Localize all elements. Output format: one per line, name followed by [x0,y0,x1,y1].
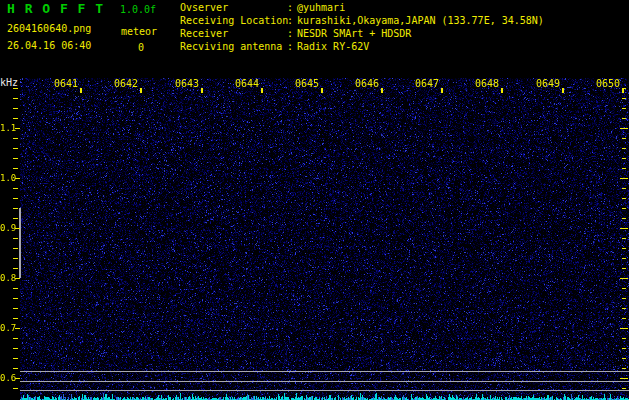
freq-minor-tick-right [622,268,626,269]
freq-minor-tick [13,368,18,369]
info-label: Recviving antenna [180,41,287,52]
info-value: @yuhmari [297,2,345,13]
minute-tick [261,88,263,93]
freq-tick-label: 0.8 [0,273,14,283]
freq-major-tick [15,378,20,379]
freq-minor-tick-right [622,248,626,249]
plot-edge-marker-line [19,208,21,278]
receiver-info-row: Ovserver:@yuhmari [180,2,544,15]
freq-major-tick-right [620,378,628,379]
freq-minor-tick-right [622,358,626,359]
info-value: kurashiki,Okayama,JAPAN (133.77E, 34.58N… [297,15,544,26]
freq-minor-tick [13,358,18,359]
freq-minor-tick-right [622,258,626,259]
freq-minor-tick [13,388,18,389]
freq-minor-tick-right [622,88,626,89]
info-separator: : [287,2,297,13]
freq-minor-tick-right [622,158,626,159]
freq-minor-tick-right [622,308,626,309]
minute-tick [80,88,82,93]
freq-minor-tick-right [622,368,626,369]
info-label: Receiver [180,28,287,39]
freq-minor-tick-right [622,198,626,199]
info-separator: : [287,28,297,39]
time-tick-label: 0648 [473,79,499,89]
freq-major-tick [15,178,20,179]
freq-minor-tick [13,208,18,209]
freq-minor-tick [13,98,18,99]
freq-major-tick [15,328,20,329]
info-separator: : [287,15,297,26]
freq-minor-tick-right [622,118,626,119]
freq-major-tick [15,228,20,229]
freq-minor-tick [13,268,18,269]
receiver-info-row: Recviving antenna:Radix RY-62V [180,41,544,54]
freq-minor-tick [13,308,18,309]
info-label: Ovserver [180,2,287,13]
freq-minor-tick [13,168,18,169]
freq-minor-tick [13,218,18,219]
freq-tick-label: 0.7 [0,323,14,333]
freq-minor-tick [13,318,18,319]
freq-tick-label: 1.0 [0,173,14,183]
freq-axis-unit-label: kHz [0,77,18,88]
freq-tick-label: 0.9 [0,223,14,233]
freq-minor-tick-right [622,148,626,149]
freq-major-tick-right [620,278,628,279]
info-label: Receiving Location [180,15,287,26]
freq-minor-tick [13,198,18,199]
freq-minor-tick-right [622,338,626,339]
freq-minor-tick-right [622,98,626,99]
app-version: 1.0.0f [120,4,156,15]
freq-minor-tick [13,108,18,109]
time-tick-label: 0647 [413,79,439,89]
freq-minor-tick-right [622,238,626,239]
minute-tick [140,88,142,93]
freq-minor-tick-right [622,318,626,319]
freq-minor-tick [13,338,18,339]
carrier-signal-line [20,390,629,391]
meteor-counter-label: meteor [121,26,157,37]
freq-major-tick-right [620,128,628,129]
time-tick-label: 0643 [173,79,199,89]
freq-tick-label: 0.6 [0,373,14,383]
time-tick-label: 0644 [233,79,259,89]
freq-minor-tick-right [622,218,626,219]
carrier-signal-line [20,381,629,382]
freq-major-tick-right [620,328,628,329]
freq-minor-tick [13,348,18,349]
receiver-info-row: Receiving Location:kurashiki,Okayama,JAP… [180,15,544,28]
freq-major-tick [15,278,20,279]
freq-minor-tick-right [622,288,626,289]
freq-minor-tick [13,148,18,149]
freq-minor-tick-right [622,168,626,169]
output-filename: 2604160640.png [7,23,91,34]
freq-minor-tick [13,188,18,189]
info-value: NESDR SMArt + HDSDR [297,28,411,39]
time-tick-label: 0642 [112,79,138,89]
freq-minor-tick [13,238,18,239]
freq-minor-tick [13,118,18,119]
time-tick-label: 0646 [353,79,379,89]
freq-minor-tick [13,258,18,259]
minute-tick [321,88,323,93]
freq-tick-label: 1.1 [0,123,14,133]
minute-tick [201,88,203,93]
freq-minor-tick [13,88,18,89]
freq-minor-tick [13,288,18,289]
info-value: Radix RY-62V [297,41,369,52]
freq-major-tick-right [620,178,628,179]
freq-minor-tick [13,248,18,249]
receiver-info-block: Ovserver:@yuhmariReceiving Location:kura… [180,2,544,54]
info-separator: : [287,41,297,52]
minute-tick [381,88,383,93]
freq-minor-tick [13,298,18,299]
receiver-info-row: Receiver:NESDR SMArt + HDSDR [180,28,544,41]
freq-minor-tick-right [622,298,626,299]
freq-minor-tick-right [622,388,626,389]
spectrogram-canvas [20,78,629,400]
time-tick-label: 0645 [293,79,319,89]
freq-minor-tick-right [622,138,626,139]
freq-major-tick-right [620,228,628,229]
freq-minor-tick-right [622,208,626,209]
